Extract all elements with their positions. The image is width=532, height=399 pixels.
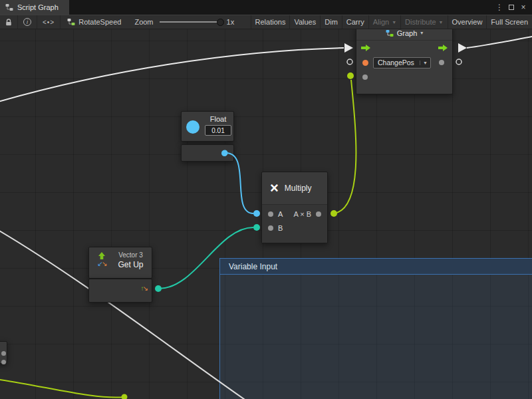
input-port-b[interactable] [268, 225, 273, 231]
offscreen-node-port[interactable] [1, 355, 6, 367]
button-label: Full Screen [491, 18, 528, 26]
vector3-output-port[interactable]: ↑↘ [141, 285, 147, 292]
value-port[interactable] [362, 74, 368, 80]
wire-flow-out[interactable] [467, 36, 532, 48]
chevron-down-icon: ▾ [420, 30, 423, 36]
tab-title: Script Graph [17, 3, 59, 11]
vector3-node-text: Vector 3 Get Up [114, 251, 148, 274]
float-output-port[interactable] [221, 150, 227, 156]
tab-script-graph[interactable]: Script Graph [0, 0, 69, 15]
maximize-icon [509, 5, 514, 10]
event-row: ChangePos ▼ [356, 55, 452, 70]
flow-in-arrow-port[interactable] [344, 43, 353, 53]
window-menu-button[interactable]: ⋮ [493, 0, 505, 15]
wire-multiply-to-graph[interactable] [334, 80, 356, 213]
toolbar-button-fullscreen[interactable]: Full Screen [486, 15, 532, 29]
vector3-type-icon: ↙↘ [98, 261, 106, 267]
float-node-body[interactable] [181, 144, 234, 162]
zoom-label: Zoom [134, 18, 153, 26]
graph-breadcrumb[interactable]: RotateSpeed [61, 15, 129, 29]
unconnected-port-right[interactable] [456, 59, 462, 65]
toolbar-button-overview[interactable]: Overview [448, 15, 487, 29]
wire-float-to-multiply-a[interactable] [226, 153, 253, 213]
vector-output-connection-dot[interactable] [155, 285, 162, 292]
multiply-node-body: A A × B B [262, 205, 327, 243]
toolbar-buttons: Relations Values Dim Carry Align ▼ Distr… [251, 15, 532, 29]
port-row-b: B [262, 221, 327, 235]
port-row-a: A A × B [262, 207, 327, 221]
graph-canvas[interactable]: Variable Input Graph ▾ [0, 29, 532, 399]
graph-node-header[interactable]: Graph ▾ [356, 29, 452, 41]
unconnected-port-left[interactable] [347, 59, 352, 65]
toolbar-button-carry[interactable]: Carry [342, 15, 368, 29]
variable-input-header[interactable]: Variable Input [220, 259, 532, 275]
port-label-b: B [278, 224, 283, 232]
variable-input-title: Variable Input [229, 262, 277, 271]
button-label: Relations [255, 18, 286, 26]
info-icon: i [23, 18, 31, 26]
float-node[interactable]: Float [181, 111, 234, 142]
graph-name: RotateSpeed [78, 18, 121, 26]
button-label: Carry [346, 18, 364, 26]
unity-graph-window: Script Graph ⋮ × i <•> [0, 0, 532, 399]
code-view-button[interactable]: <•> [37, 15, 61, 29]
flow-out-arrow-port[interactable] [458, 43, 467, 53]
bottom-wire-connection-dot[interactable] [122, 394, 128, 399]
button-label: Dim [325, 18, 338, 26]
toolbar-button-relations[interactable]: Relations [251, 15, 290, 29]
wire-flow-in[interactable] [0, 48, 344, 102]
lock-button[interactable] [0, 15, 18, 29]
wire-bottom-left[interactable] [0, 379, 124, 398]
multiply-node-header[interactable]: × Multiply [262, 172, 327, 205]
flow-input-port-icon[interactable] [360, 44, 371, 52]
toolbar-button-values[interactable]: Values [289, 15, 320, 29]
input-port-a[interactable] [268, 211, 273, 217]
chevron-down-icon: ▼ [439, 20, 444, 25]
port-label-a: A [278, 210, 283, 218]
multiply-icon: × [270, 181, 279, 196]
value-port[interactable] [439, 60, 444, 65]
toolbar-button-align[interactable]: Align ▼ [368, 15, 400, 29]
toolbar-button-dim[interactable]: Dim [320, 15, 342, 29]
event-dropdown[interactable]: ChangePos ▼ [373, 57, 431, 68]
flow-output-port-icon[interactable] [438, 44, 448, 52]
graph-event-node[interactable]: Graph ▾ ChangePos ▼ [356, 29, 453, 94]
event-port[interactable] [362, 60, 368, 66]
graph-input-connection-dot[interactable] [347, 72, 354, 79]
lock-icon [5, 19, 12, 26]
toolbar-button-distribute[interactable]: Distribute ▼ [400, 15, 447, 29]
maximize-button[interactable] [505, 0, 517, 15]
port-label-result: A × B [293, 210, 311, 218]
window-controls: ⋮ × [493, 0, 532, 15]
code-icon: <•> [43, 19, 55, 26]
script-graph-icon [5, 3, 13, 11]
float-node-title: Float [210, 115, 226, 123]
vector3-node-title: Get Up [118, 260, 143, 269]
variable-input-group[interactable]: Variable Input [219, 258, 532, 399]
arrow-down-right-icon: ↘ [102, 260, 106, 267]
script-graph-asset-icon [67, 18, 75, 26]
multiply-a-connection-dot[interactable] [253, 210, 260, 217]
value-port-row [356, 70, 452, 84]
output-port-result[interactable] [316, 211, 321, 217]
zoom-slider-handle[interactable] [217, 19, 224, 26]
zoom-value: 1x [227, 18, 235, 26]
multiply-b-connection-dot[interactable] [253, 224, 260, 231]
multiply-node[interactable]: × Multiply A A × B B [261, 172, 328, 243]
graph-node-title: Graph [397, 29, 418, 37]
flow-port-row [356, 41, 452, 55]
float-type-icon [186, 120, 200, 134]
close-icon: × [521, 3, 525, 12]
chevron-down-icon: ▼ [392, 20, 396, 25]
vector3-type-label: Vector 3 [118, 251, 143, 259]
vector3-node-body[interactable]: ↑↘ [88, 279, 152, 303]
zoom-slider[interactable] [160, 21, 221, 23]
info-button[interactable]: i [18, 15, 37, 29]
float-value-input[interactable] [205, 125, 231, 136]
float-node-content: Float [205, 115, 231, 138]
vector3-node[interactable]: ↙↘ Vector 3 Get Up [88, 247, 152, 279]
button-label: Values [294, 18, 316, 26]
close-button[interactable]: × [517, 0, 529, 15]
titlebar-drag-area[interactable] [69, 0, 493, 15]
multiply-result-connection-dot[interactable] [331, 210, 337, 217]
